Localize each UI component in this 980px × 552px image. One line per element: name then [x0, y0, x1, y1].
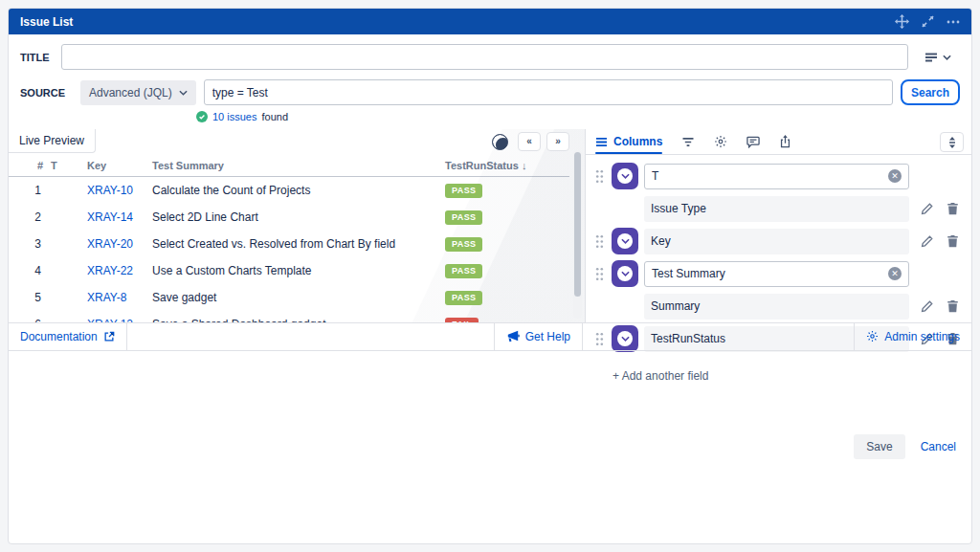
chevron-down-icon — [617, 266, 633, 281]
delete-field-icon[interactable] — [947, 234, 959, 248]
edit-field-icon[interactable] — [921, 202, 934, 215]
issue-row: 3 XRAY-20 Select Created vs. Resolved fr… — [22, 231, 569, 257]
column-field-row: Key — [595, 228, 962, 254]
move-gadget-icon[interactable] — [895, 14, 909, 29]
save-button[interactable]: Save — [854, 434, 904, 459]
clear-field-icon[interactable]: ✕ — [888, 267, 902, 280]
field-expand-button[interactable] — [612, 260, 638, 287]
row-number: 5 — [22, 291, 51, 304]
title-style-button[interactable] — [916, 45, 960, 70]
column-field-row: Test Summary ✕ — [595, 260, 962, 287]
filter-icon[interactable] — [681, 137, 695, 147]
issue-key-link[interactable]: XRAY-10 — [87, 184, 152, 197]
search-result-status: 10 issues found — [196, 109, 960, 124]
issue-summary: Calculate the Count of Projects — [152, 184, 445, 197]
drag-handle-icon[interactable] — [595, 169, 605, 184]
issue-key-link[interactable]: XRAY-20 — [87, 237, 152, 251]
col-header-status[interactable]: TestRunStatus ↓ — [445, 160, 569, 171]
status-badge: PASS — [445, 237, 482, 252]
column-display-name[interactable]: Key — [644, 229, 909, 254]
column-field-row: T ✕ — [595, 163, 962, 189]
drag-handle-icon[interactable] — [595, 234, 605, 249]
issue-row: 1 XRAY-10 Calculate the Count of Project… — [22, 177, 569, 204]
scrollbar-thumb[interactable] — [574, 152, 581, 297]
live-preview-panel: Live Preview « » # T Key Test Summary Te… — [9, 129, 585, 322]
chevron-down-icon — [179, 90, 188, 96]
status-badge: PASS — [445, 184, 482, 198]
row-number: 2 — [22, 210, 51, 224]
expand-gadget-icon[interactable] — [922, 15, 934, 28]
external-link-icon — [103, 331, 115, 342]
delete-field-icon[interactable] — [947, 299, 959, 313]
help-bar: Documentation Get Help Admin settings — [9, 322, 971, 351]
tab-columns[interactable]: Columns — [595, 129, 662, 154]
column-display-name[interactable]: T ✕ — [644, 164, 909, 189]
collapse-panel-button[interactable] — [940, 132, 964, 152]
gear-icon — [866, 330, 879, 342]
search-button[interactable]: Search — [901, 79, 960, 105]
chevron-down-icon — [617, 233, 633, 249]
check-circle-icon — [196, 111, 208, 122]
field-expand-button[interactable] — [612, 163, 638, 189]
settings-icon[interactable] — [714, 135, 727, 148]
col-header-key[interactable]: Key — [87, 160, 152, 171]
preview-scrollbar[interactable] — [573, 150, 582, 319]
row-number: 1 — [22, 184, 51, 197]
issue-row: 2 XRAY-14 Select 2D Line Chart PASS — [22, 204, 569, 231]
admin-settings-link[interactable]: Admin settings — [866, 330, 960, 343]
admin-settings-segment: Admin settings — [854, 323, 971, 350]
issue-summary: Use a Custom Charts Template — [152, 264, 445, 277]
jira-field-name[interactable]: Summary — [644, 294, 909, 320]
issue-summary: Save gadget — [152, 291, 445, 304]
sort-descending-arrow: ↓ — [522, 160, 527, 171]
row-number: 4 — [22, 264, 51, 277]
issues-found-suffix: found — [261, 111, 288, 122]
contrast-icon[interactable] — [492, 134, 508, 150]
next-page-button[interactable]: » — [546, 132, 569, 151]
issue-summary: Select 2D Line Chart — [152, 210, 445, 224]
gadget-title: Issue List — [20, 15, 73, 29]
drag-handle-icon[interactable] — [595, 267, 605, 281]
issue-key-link[interactable]: XRAY-22 — [87, 264, 152, 277]
get-help-link[interactable]: Get Help — [506, 330, 570, 343]
source-mode-value: Advanced (JQL) — [89, 86, 172, 99]
issue-key-link[interactable]: XRAY-14 — [87, 210, 152, 224]
share-icon[interactable] — [779, 135, 791, 148]
jira-field-name[interactable]: Issue Type — [644, 196, 909, 222]
status-badge: PASS — [445, 210, 482, 225]
col-header-summary[interactable]: Test Summary — [152, 160, 445, 171]
config-form: TITLE SOURCE Advanced (JQL) Search 10 is… — [9, 34, 971, 129]
tab-live-preview[interactable]: Live Preview — [9, 129, 96, 153]
jql-input[interactable] — [204, 79, 893, 105]
edit-field-icon[interactable] — [921, 234, 934, 248]
source-label: SOURCE — [20, 87, 80, 99]
clear-field-icon[interactable]: ✕ — [888, 169, 902, 183]
prev-page-button[interactable]: « — [518, 132, 541, 151]
cancel-button[interactable]: Cancel — [921, 440, 956, 453]
status-badge: PASS — [445, 291, 482, 305]
edit-field-icon[interactable] — [921, 299, 934, 313]
issue-row: 5 XRAY-8 Save gadget PASS — [22, 284, 569, 311]
comment-icon[interactable] — [746, 136, 760, 148]
col-header-num: # — [22, 160, 51, 171]
add-another-field-button[interactable]: + Add another field — [612, 369, 971, 383]
documentation-link[interactable]: Documentation — [20, 330, 115, 343]
issue-row: 6 XRAY-12 Save a Shared Dashboard gadget… — [22, 311, 569, 322]
column-display-name[interactable]: Test Summary ✕ — [644, 261, 909, 287]
title-input[interactable] — [61, 44, 908, 70]
issues-found-link[interactable]: 10 issues — [212, 111, 256, 122]
delete-field-icon[interactable] — [947, 202, 959, 215]
field-expand-button[interactable] — [612, 228, 638, 254]
columns-panel: Columns — [585, 129, 971, 322]
documentation-segment: Documentation — [9, 323, 127, 350]
text-lines-icon — [924, 52, 938, 63]
gadget-menu-icon[interactable] — [947, 15, 960, 29]
issue-key-link[interactable]: XRAY-8 — [87, 291, 152, 304]
mapped-field-row: Summary — [595, 293, 962, 320]
source-mode-dropdown[interactable]: Advanced (JQL) — [80, 80, 196, 105]
collapse-icon — [947, 137, 957, 148]
title-label: TITLE — [20, 52, 61, 63]
mapped-field-row: Issue Type — [595, 195, 962, 222]
gadget-titlebar: Issue List — [9, 9, 971, 34]
issue-list-gadget: Issue List TITLE SOURCE A — [8, 8, 972, 544]
